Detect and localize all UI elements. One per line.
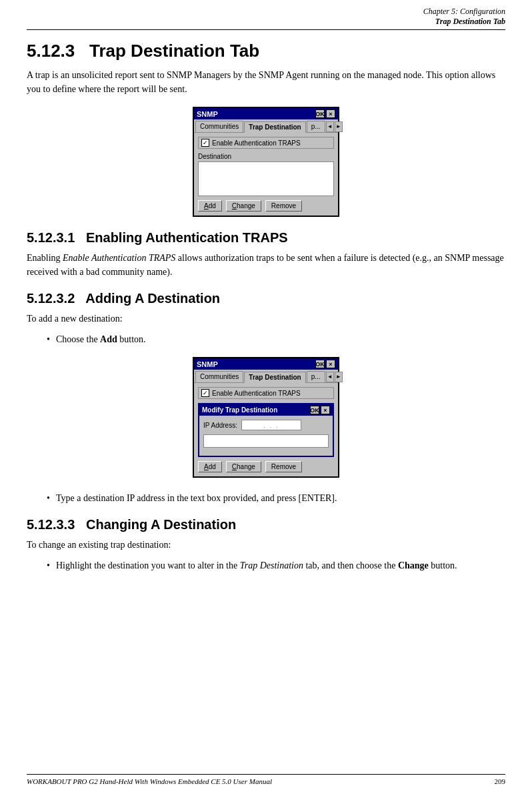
snmp-titlebar-1: SNMP OK × — [194, 108, 338, 119]
snmp-titlebar-buttons-1: OK × — [315, 109, 335, 118]
snmp-dialog-content-1: ✓ Enable Authentication TRAPS Destinatio… — [194, 133, 338, 216]
tab-p-1[interactable]: p... — [307, 121, 325, 132]
modify-ok-btn[interactable]: OK — [310, 406, 319, 414]
footer-right: 209 — [495, 777, 506, 785]
enable-auth-traps-row-1[interactable]: ✓ Enable Authentication TRAPS — [198, 137, 334, 149]
destination-label-1: Destination — [198, 153, 334, 160]
checkbox-auth-traps-2[interactable]: ✓ — [201, 389, 209, 397]
add-btn-2[interactable]: Add — [198, 461, 222, 472]
ip-input-field[interactable]: . . . — [241, 420, 301, 430]
snmp-dialog-1: SNMP OK × Communities Trap Destination p… — [193, 107, 339, 217]
snmp-tab-bar-2: Communities Trap Destination p... ◄ ► — [194, 370, 338, 383]
snmp-tab-bar-1: Communities Trap Destination p... ◄ ► — [194, 119, 338, 133]
tab-p-2[interactable]: p... — [307, 371, 325, 382]
page-footer: WORKABOUT PRO G2 Hand-Held With Windows … — [27, 774, 505, 785]
section-label: Trap Destination Tab — [27, 17, 505, 27]
tab-arrow-right-1[interactable]: ► — [335, 121, 343, 132]
modify-close-btn[interactable]: × — [321, 406, 330, 414]
section-51231-title: 5.12.3.1 Enabling Authentication TRAPS — [27, 230, 505, 246]
tab-arrow-right-2[interactable]: ► — [335, 372, 343, 382]
tab-arrow-left-2[interactable]: ◄ — [326, 372, 334, 382]
section-51233-intro: To change an existing trap destination: — [27, 538, 505, 552]
snmp-ok-btn-1[interactable]: OK — [315, 109, 325, 118]
destination-listbox-2[interactable] — [203, 434, 329, 448]
enable-auth-traps-row-2[interactable]: ✓ Enable Authentication TRAPS — [198, 387, 334, 399]
checkbox-auth-traps-label-1: Enable Authentication TRAPS — [212, 139, 301, 147]
bullet-add-button: Choose the Add button. — [47, 332, 505, 346]
footer-left: WORKABOUT PRO G2 Hand-Held With Windows … — [27, 777, 272, 785]
bullet-type-ip: Type a destination IP address in the tex… — [47, 491, 505, 505]
modify-content: IP Address: . . . — [199, 416, 333, 456]
bullet-highlight-change: Highlight the destination you want to al… — [47, 558, 505, 572]
section-51232-bullets-2: Type a destination IP address in the tex… — [27, 491, 505, 505]
snmp-titlebar-buttons-2: OK × — [315, 360, 335, 368]
checkbox-auth-traps-label-2: Enable Authentication TRAPS — [212, 390, 301, 397]
snmp-close-btn-1[interactable]: × — [326, 109, 335, 118]
section-51233-title: 5.12.3.3 Changing A Destination — [27, 517, 505, 532]
button-row-2-wrapper: Add Change Remove — [198, 461, 334, 472]
tab-trap-destination-1[interactable]: Trap Destination — [244, 121, 305, 133]
change-bold: Change — [398, 560, 429, 570]
tab-communities-2[interactable]: Communities — [195, 371, 243, 382]
tab-trap-destination-2[interactable]: Trap Destination — [244, 372, 305, 383]
snmp-titlebar-2: SNMP OK × — [194, 358, 338, 370]
tab-nav-1: ◄ ► — [326, 121, 343, 132]
section-51231-body: Enabling Enable Authentication TRAPS all… — [27, 251, 505, 279]
remove-btn-2[interactable]: Remove — [265, 461, 302, 472]
modify-titlebar: Modify Trap Destination OK × — [199, 404, 333, 416]
modify-trap-dialog: Modify Trap Destination OK × IP Address:… — [198, 403, 334, 457]
snmp-title-1: SNMP — [197, 110, 315, 118]
trap-destination-italic: Trap Destination — [240, 560, 303, 570]
section-51232-intro: To add a new destination: — [27, 312, 505, 326]
section-512-3-body: A trap is an unsolicited report sent to … — [27, 68, 505, 96]
checkbox-auth-traps-1[interactable]: ✓ — [201, 139, 209, 147]
tab-nav-2: ◄ ► — [326, 371, 343, 382]
chapter-label: Chapter 5: Configuration — [27, 7, 505, 17]
modify-title: Modify Trap Destination — [202, 406, 277, 414]
section-51232-title: 5.12.3.2 Adding A Destination — [27, 291, 505, 306]
button-row-1: Add Change Remove — [198, 200, 334, 212]
add-bold: Add — [100, 334, 117, 344]
section-51232-bullets: Choose the Add button. — [27, 332, 505, 346]
modify-titlebar-buttons: OK × — [310, 406, 330, 414]
snmp-close-btn-2[interactable]: × — [326, 360, 335, 368]
ip-address-row: IP Address: . . . — [203, 420, 329, 430]
section-512-3-title: 5.12.3 Trap Destination Tab — [27, 41, 505, 61]
destination-listbox-1[interactable] — [198, 161, 334, 196]
button-row-2: Add Change Remove — [198, 461, 334, 472]
snmp-dialog-2: SNMP OK × Communities Trap Destination p… — [193, 357, 339, 478]
change-btn-1[interactable]: Change — [226, 200, 261, 212]
tab-communities-1[interactable]: Communities — [195, 121, 243, 132]
tab-arrow-left-1[interactable]: ◄ — [326, 121, 334, 132]
snmp-dialog-content-2: ✓ Enable Authentication TRAPS Modify Tra… — [194, 383, 338, 476]
snmp-ok-btn-2[interactable]: OK — [315, 360, 325, 368]
snmp-title-2: SNMP — [197, 360, 315, 368]
auth-traps-italic: Enable Authentication TRAPS — [63, 253, 175, 263]
change-btn-2[interactable]: Change — [226, 461, 261, 472]
page-header: Chapter 5: Configuration Trap Destinatio… — [27, 7, 505, 30]
snmp-dialog-2-wrapper: SNMP OK × Communities Trap Destination p… — [27, 357, 505, 478]
section-51233-bullets: Highlight the destination you want to al… — [27, 558, 505, 572]
remove-btn-1[interactable]: Remove — [265, 200, 302, 212]
snmp-dialog-1-wrapper: SNMP OK × Communities Trap Destination p… — [27, 107, 505, 217]
ip-label: IP Address: — [203, 422, 237, 429]
add-btn-1[interactable]: Add — [198, 200, 222, 212]
